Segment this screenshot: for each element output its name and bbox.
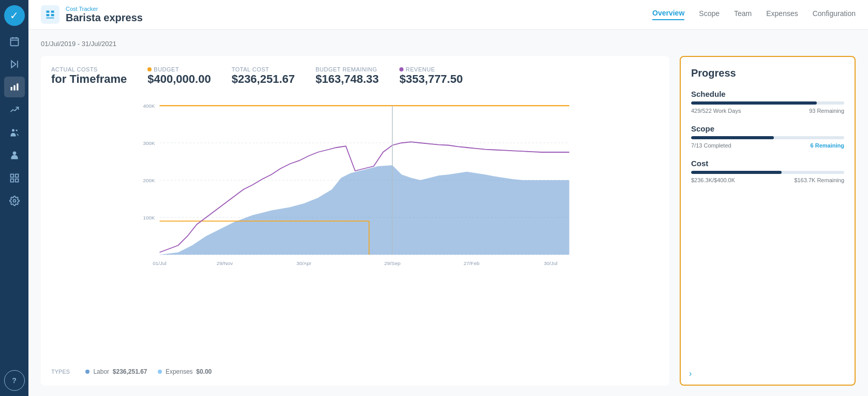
sidebar-icon-forward[interactable] <box>4 54 25 75</box>
date-range: 01/Jul/2019 - 31/Jul/2021 <box>41 40 856 48</box>
legend-labor-value: $236,251.67 <box>113 368 147 375</box>
svg-rect-0 <box>10 38 18 46</box>
sidebar-icon-bar-chart[interactable] <box>4 77 25 97</box>
svg-text:30/Apr: 30/Apr <box>296 260 312 266</box>
sidebar-icon-check[interactable]: ✓ <box>4 5 25 26</box>
main-content: Cost Tracker Barista express Overview Sc… <box>28 0 868 396</box>
svg-text:400K: 400K <box>143 103 155 109</box>
actual-costs-sub: for Timeframe <box>51 72 127 86</box>
project-name: Barista express <box>66 12 652 24</box>
legend-labor-label: Labor <box>93 368 109 375</box>
cost-meta-right: $163.7K Remaining <box>794 177 844 183</box>
scope-meta-right: 6 Remaining <box>811 142 844 149</box>
cost-section: Cost $236.3K/$400.0K $163.7K Remaining <box>691 159 844 183</box>
budget-label: BUDGET <box>154 66 179 72</box>
budget-remaining-label: BUDGET REMAINING <box>316 66 379 72</box>
svg-text:01/Jul: 01/Jul <box>153 260 166 266</box>
progress-panel: Progress Schedule 429/522 Work Days 93 R… <box>680 56 856 386</box>
scope-title: Scope <box>691 124 844 133</box>
progress-chevron-icon[interactable]: › <box>689 369 692 378</box>
chart-legend: TYPES Labor $236,251.67 Expenses $0.00 <box>51 368 659 375</box>
total-cost-label: TOTAL COST <box>232 66 295 72</box>
svg-rect-19 <box>47 14 50 16</box>
svg-text:29/Sep: 29/Sep <box>384 260 401 266</box>
svg-point-16 <box>13 200 16 202</box>
scope-meta-left: 7/13 Completed <box>691 142 731 149</box>
project-title-group: Cost Tracker Barista express <box>66 6 652 24</box>
cost-meta: $236.3K/$400.0K $163.7K Remaining <box>691 177 844 183</box>
svg-rect-15 <box>15 179 18 182</box>
stat-budget-remaining: BUDGET REMAINING $163,748.33 <box>316 66 379 86</box>
project-icon <box>41 5 59 24</box>
stat-total-cost: TOTAL COST $236,251.67 <box>232 66 295 86</box>
cost-title: Cost <box>691 159 844 168</box>
svg-point-11 <box>12 152 16 155</box>
svg-point-9 <box>12 129 14 131</box>
svg-point-10 <box>16 129 17 131</box>
sidebar-icon-line-chart[interactable] <box>4 99 25 120</box>
stats-row: ACTUAL COSTS for Timeframe BUDGET $400,0… <box>51 66 659 86</box>
chart-section: ACTUAL COSTS for Timeframe BUDGET $400,0… <box>41 56 856 386</box>
budget-value: $400,000.00 <box>147 72 211 86</box>
sidebar-icon-people[interactable] <box>4 122 25 143</box>
svg-rect-20 <box>51 14 54 16</box>
tab-expenses[interactable]: Expenses <box>766 9 798 20</box>
tab-configuration[interactable]: Configuration <box>813 9 856 20</box>
svg-rect-18 <box>51 11 54 13</box>
svg-rect-21 <box>47 18 54 19</box>
svg-rect-17 <box>47 11 50 13</box>
budget-remaining-value: $163,748.33 <box>316 72 379 86</box>
scope-section: Scope 7/13 Completed 6 Remaining <box>691 124 844 149</box>
progress-title: Progress <box>691 67 844 79</box>
scope-bar-fill <box>691 136 774 139</box>
sidebar-icon-grid[interactable] <box>4 168 25 188</box>
chart-svg: 400K 300K 200K 100K <box>51 96 659 283</box>
svg-rect-7 <box>13 85 15 91</box>
scope-bar-bg <box>691 136 844 139</box>
main-chart-container: ACTUAL COSTS for Timeframe BUDGET $400,0… <box>41 56 669 386</box>
stat-budget: BUDGET $400,000.00 <box>147 66 211 86</box>
svg-rect-8 <box>17 83 18 90</box>
schedule-section: Schedule 429/522 Work Days 93 Remaining <box>691 90 844 114</box>
svg-text:300K: 300K <box>143 140 155 146</box>
tab-overview[interactable]: Overview <box>652 9 684 20</box>
svg-text:100K: 100K <box>143 215 155 221</box>
sidebar-icon-calendar[interactable] <box>4 31 25 52</box>
svg-text:200K: 200K <box>143 178 155 183</box>
budget-dot <box>147 67 152 71</box>
schedule-bar-fill <box>691 101 817 105</box>
svg-rect-13 <box>15 174 18 178</box>
cost-meta-left: $236.3K/$400.0K <box>691 177 735 183</box>
actual-costs-label: ACTUAL COSTS <box>51 66 127 72</box>
sidebar-icon-help[interactable]: ? <box>4 370 25 391</box>
sidebar-icon-settings[interactable] <box>4 190 25 211</box>
schedule-title: Schedule <box>691 90 844 98</box>
svg-text:27/Feb: 27/Feb <box>463 260 480 266</box>
total-cost-value: $236,251.67 <box>232 72 295 86</box>
page-header: Cost Tracker Barista express Overview Sc… <box>28 0 868 30</box>
sidebar: ✓ ? <box>0 0 28 396</box>
labor-dot <box>85 370 89 374</box>
legend-labor: Labor $236,251.67 <box>85 368 147 375</box>
svg-marker-4 <box>11 61 16 67</box>
schedule-bar-bg <box>691 101 844 105</box>
revenue-label: REVENUE <box>406 66 435 72</box>
svg-marker-31 <box>160 165 570 255</box>
stat-actual-costs: ACTUAL COSTS for Timeframe <box>51 66 127 86</box>
legend-expenses-label: Expenses <box>166 368 193 375</box>
revenue-dot <box>399 67 403 71</box>
schedule-meta-right: 93 Remaining <box>809 108 844 114</box>
chart-area: 400K 300K 200K 100K <box>51 96 659 363</box>
schedule-meta: 429/522 Work Days 93 Remaining <box>691 108 844 114</box>
cost-bar-fill <box>691 171 782 174</box>
legend-expenses: Expenses $0.00 <box>158 368 212 375</box>
sidebar-icon-person[interactable] <box>4 145 25 166</box>
tab-team[interactable]: Team <box>734 9 752 20</box>
scope-meta: 7/13 Completed 6 Remaining <box>691 142 844 149</box>
svg-text:30/Jul: 30/Jul <box>544 260 557 266</box>
stat-revenue: REVENUE $353,777.50 <box>399 66 462 86</box>
svg-rect-14 <box>10 179 13 182</box>
legend-expenses-value: $0.00 <box>196 368 212 375</box>
tab-scope[interactable]: Scope <box>699 9 720 20</box>
revenue-value: $353,777.50 <box>399 72 462 86</box>
